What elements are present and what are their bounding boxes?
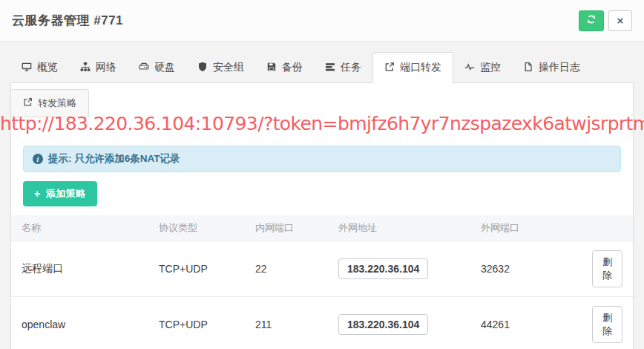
nat-limit-alert: i 提示: 只允许添加6条NAT记录 xyxy=(23,146,621,172)
tab-tasks[interactable]: 任务 xyxy=(314,53,372,82)
rule-external-port: 44261 xyxy=(470,297,582,349)
tab-operation-logs[interactable]: 操作日志 xyxy=(512,53,591,82)
col-internal-port: 内网端口 xyxy=(245,215,328,241)
tab-label: 监控 xyxy=(480,61,501,74)
alert-text: 提示: 只允许添加6条NAT记录 xyxy=(48,152,180,166)
pulse-icon xyxy=(464,62,475,74)
page-title: 云服务器管理 #771 xyxy=(12,12,123,29)
tab-backup[interactable]: 备份 xyxy=(255,53,314,82)
tasks-icon xyxy=(325,62,335,74)
tab-label: 网络 xyxy=(96,61,116,74)
external-address-box[interactable]: 183.220.36.104 xyxy=(338,314,428,335)
hdd-icon xyxy=(139,62,149,74)
refresh-button[interactable] xyxy=(579,10,604,31)
external-link-icon xyxy=(384,62,395,74)
rule-protocol: TCP+UDP xyxy=(148,241,245,297)
tab-security-group[interactable]: 安全组 xyxy=(186,53,255,82)
shield-icon xyxy=(197,62,208,74)
tab-label: 安全组 xyxy=(213,61,244,74)
save-icon xyxy=(266,62,277,74)
tab-label: 任务 xyxy=(341,61,361,74)
plus-icon: + xyxy=(34,189,41,199)
rule-internal-port: 22 xyxy=(245,241,328,297)
rule-external-port: 32632 xyxy=(470,241,582,297)
port-forwarding-panel: 转发策略 i 提示: 只允许添加6条NAT记录 + 添加策略 名称 协议类型 内… xyxy=(10,83,634,349)
external-link-icon xyxy=(23,97,33,109)
table-row: openclaw TCP+UDP 211 183.220.36.104 4426… xyxy=(11,297,633,349)
col-protocol: 协议类型 xyxy=(148,215,245,241)
refresh-icon xyxy=(586,14,597,27)
subtab-label: 转发策略 xyxy=(38,97,76,110)
tab-overview[interactable]: 概览 xyxy=(10,53,69,82)
tab-label: 概览 xyxy=(37,61,58,74)
titlebar-actions: × xyxy=(579,10,632,31)
table-row: 远程端口 TCP+UDP 22 183.220.36.104 32632 删除 xyxy=(11,241,633,297)
tab-label: 端口转发 xyxy=(400,61,441,74)
tab-label: 操作日志 xyxy=(539,61,580,74)
col-external-port: 外网端口 xyxy=(470,215,582,241)
rule-name: openclaw xyxy=(11,297,148,349)
external-address-box[interactable]: 183.220.36.104 xyxy=(338,258,428,279)
spacer xyxy=(11,117,633,146)
rule-protocol: TCP+UDP xyxy=(148,297,245,349)
tab-label: 备份 xyxy=(282,61,303,74)
file-icon xyxy=(523,62,533,74)
delete-button[interactable]: 删除 xyxy=(592,250,622,287)
delete-button[interactable]: 删除 xyxy=(592,306,622,343)
tab-disk[interactable]: 硬盘 xyxy=(128,53,186,82)
info-icon: i xyxy=(33,154,43,164)
add-policy-button[interactable]: + 添加策略 xyxy=(23,181,97,206)
subtab-forwarding-policy[interactable]: 转发策略 xyxy=(10,89,89,117)
desktop-icon xyxy=(22,62,32,74)
close-icon: × xyxy=(617,14,624,27)
sitemap-icon xyxy=(80,62,91,74)
tab-bar: 概览 网络 硬盘 安全组 备份 任务 端口转发 监控 操作日志 xyxy=(10,52,634,83)
tab-monitoring[interactable]: 监控 xyxy=(453,53,512,82)
nat-rules-table: 名称 协议类型 内网端口 外网地址 外网端口 远程端口 TCP+UDP 22 1… xyxy=(11,215,633,349)
tab-network[interactable]: 网络 xyxy=(69,53,128,82)
add-policy-label: 添加策略 xyxy=(46,187,86,200)
col-external-address: 外网地址 xyxy=(328,215,470,241)
table-header-row: 名称 协议类型 内网端口 外网地址 外网端口 xyxy=(11,215,633,241)
rule-internal-port: 211 xyxy=(245,297,328,349)
col-actions xyxy=(582,215,633,241)
close-button[interactable]: × xyxy=(608,10,632,31)
tab-label: 硬盘 xyxy=(154,61,175,74)
rule-name: 远程端口 xyxy=(11,241,148,297)
tab-port-forwarding[interactable]: 端口转发 xyxy=(372,52,453,83)
col-name: 名称 xyxy=(11,215,148,241)
titlebar: 云服务器管理 #771 × xyxy=(0,0,644,42)
